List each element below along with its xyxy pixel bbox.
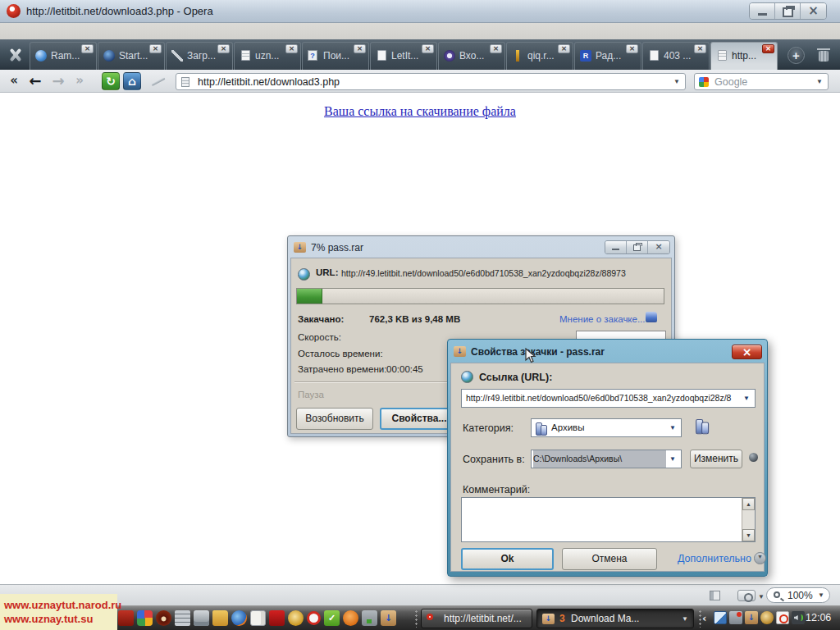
tab-close-icon[interactable] bbox=[149, 44, 162, 53]
tab-close-icon[interactable] bbox=[354, 44, 366, 53]
quicklaunch-icon-drive[interactable] bbox=[194, 610, 209, 626]
wrench-icon[interactable] bbox=[5, 45, 26, 65]
taskbar-task-download-manager[interactable]: 3 Download Ma... ▼ bbox=[536, 609, 694, 628]
cancel-button[interactable]: Отмена bbox=[562, 548, 657, 570]
tray-expand-icon[interactable]: ‹ bbox=[702, 611, 706, 625]
advanced-link[interactable]: Дополнительно bbox=[678, 553, 751, 564]
tray-icon-key[interactable] bbox=[729, 611, 742, 624]
expand-icon[interactable] bbox=[754, 552, 766, 564]
quicklaunch-icon-folder[interactable] bbox=[212, 610, 228, 626]
tab-403[interactable]: 403 ... bbox=[642, 42, 710, 70]
comment-textarea[interactable]: ▲ ▼ bbox=[461, 497, 756, 542]
zoom-dropdown-icon[interactable]: ▼ bbox=[818, 588, 824, 603]
quicklaunch-icon-media-player[interactable] bbox=[137, 610, 153, 626]
scroll-down-icon[interactable]: ▼ bbox=[742, 529, 755, 541]
dropdown-arrow-icon[interactable]: ▼ bbox=[669, 419, 676, 436]
quicklaunch-icon-filezilla[interactable] bbox=[269, 610, 285, 626]
dialog-minimize-button[interactable] bbox=[605, 241, 627, 253]
download-opinion-link[interactable]: Мнение о закачке... bbox=[559, 314, 646, 324]
quicklaunch-icon-server[interactable] bbox=[175, 610, 190, 626]
taskbar-grip[interactable] bbox=[414, 609, 419, 628]
rewind-button[interactable]: « bbox=[5, 70, 23, 93]
dropdown-arrow-icon[interactable]: ▼ bbox=[743, 390, 750, 407]
tab-close-icon[interactable] bbox=[490, 44, 502, 53]
tray-icon-player[interactable] bbox=[776, 611, 789, 624]
properties-dialog-titlebar[interactable]: Свойства закачки - pass.rar bbox=[450, 342, 765, 363]
progress-fill bbox=[297, 289, 322, 304]
search-input[interactable]: Google ▼ bbox=[694, 73, 829, 90]
quicklaunch-icon-opera[interactable] bbox=[307, 611, 321, 625]
tab-icon bbox=[444, 50, 455, 62]
close-button[interactable] bbox=[801, 3, 826, 19]
quicklaunch-icon-acdsee[interactable] bbox=[118, 610, 134, 626]
quicklaunch-icon-dvd-player[interactable] bbox=[156, 610, 171, 626]
panels-icon[interactable] bbox=[710, 591, 720, 600]
properties-close-button[interactable] bbox=[732, 345, 762, 359]
tabs: Ram... Start... Загр... uzn... ? Пои. bbox=[30, 42, 778, 70]
quicklaunch-icon-editor[interactable] bbox=[324, 610, 340, 626]
tray-icon-network[interactable] bbox=[714, 611, 727, 624]
category-manage-button[interactable] bbox=[694, 418, 712, 436]
tab-http[interactable]: http... bbox=[710, 42, 778, 70]
tab-close-icon[interactable] bbox=[285, 44, 298, 53]
tab-uzn[interactable]: uzn... bbox=[234, 42, 301, 70]
download-dialog-titlebar[interactable]: 7% pass.rar bbox=[290, 239, 672, 258]
restore-button[interactable] bbox=[775, 3, 801, 19]
tray-icon-gold[interactable] bbox=[760, 611, 774, 624]
back-button[interactable]: ← bbox=[25, 70, 46, 93]
pencil-icon[interactable] bbox=[149, 76, 166, 88]
search-dropdown-icon[interactable]: ▼ bbox=[816, 74, 823, 90]
tab-letit[interactable]: LetIt... bbox=[370, 42, 437, 70]
address-input[interactable]: http://letitbit.net/download3.php ▼ bbox=[176, 73, 686, 90]
quicklaunch-icon-key[interactable] bbox=[362, 610, 377, 626]
tab-qiq[interactable]: qiq.r... bbox=[506, 42, 573, 70]
quicklaunch-icon-download-manager[interactable] bbox=[381, 610, 396, 626]
address-dropdown-icon[interactable]: ▼ bbox=[673, 74, 680, 90]
tray-icon-download-manager[interactable] bbox=[745, 611, 758, 624]
scroll-up-icon[interactable]: ▲ bbox=[742, 498, 755, 510]
tab-label: Пои... bbox=[323, 43, 354, 70]
remaining-label: Осталось времени: bbox=[298, 349, 383, 358]
tab-close-icon[interactable] bbox=[694, 44, 706, 53]
minimize-button[interactable] bbox=[750, 3, 775, 19]
change-button[interactable]: Изменить bbox=[690, 450, 742, 468]
tab-close-icon[interactable] bbox=[626, 44, 638, 53]
taskbar-task-opera[interactable]: http://letitbit.net/... bbox=[421, 609, 532, 628]
tab-close-icon[interactable] bbox=[558, 44, 570, 53]
reload-button[interactable]: ↻ bbox=[102, 72, 120, 90]
new-tab-button[interactable]: + bbox=[788, 47, 805, 64]
dialog-close-button[interactable] bbox=[648, 241, 669, 253]
tab-vhod[interactable]: Вхо... bbox=[438, 42, 505, 70]
fast-forward-button[interactable]: » bbox=[71, 70, 89, 93]
home-button[interactable]: ⌂ bbox=[123, 72, 141, 90]
category-combobox[interactable]: Архивы ▼ bbox=[531, 418, 682, 437]
scrollbar[interactable]: ▲ ▼ bbox=[742, 498, 755, 541]
save-path-combobox[interactable]: C:\Downloads\Архивы\ ▼ bbox=[531, 450, 682, 468]
tab-rad[interactable]: R Рад... bbox=[574, 42, 641, 70]
zoom-control[interactable]: 100% ▼ bbox=[766, 587, 830, 603]
quicklaunch-icon-viewer[interactable] bbox=[288, 610, 304, 626]
quicklaunch-icon-notes[interactable] bbox=[250, 610, 266, 626]
tab-close-icon[interactable] bbox=[422, 44, 434, 53]
tab-close-icon[interactable] bbox=[81, 44, 94, 53]
quicklaunch-icon-eight[interactable] bbox=[343, 610, 358, 626]
tab-start[interactable]: Start... bbox=[98, 42, 165, 70]
tab-poisk[interactable]: ? Пои... bbox=[302, 42, 369, 70]
quicklaunch-icon-firefox[interactable] bbox=[231, 610, 247, 626]
dropdown-arrow-icon[interactable]: ▼ bbox=[669, 450, 676, 468]
tray-icon-volume[interactable] bbox=[792, 611, 805, 624]
ok-button[interactable]: Ok bbox=[461, 548, 554, 570]
forward-button[interactable]: → bbox=[48, 70, 69, 93]
task-group-dropdown-icon[interactable]: ▼ bbox=[682, 609, 688, 628]
tab-ram[interactable]: Ram... bbox=[30, 42, 97, 70]
trash-icon[interactable] bbox=[816, 47, 831, 63]
view-mode-dropdown-icon[interactable]: ▼ bbox=[758, 593, 765, 600]
download-link[interactable]: Ваша ссылка на скачивание файла bbox=[324, 104, 516, 119]
dialog-restore-button[interactable] bbox=[627, 241, 648, 253]
tab-close-icon[interactable] bbox=[762, 44, 774, 53]
tab-close-icon[interactable] bbox=[217, 44, 230, 53]
tab-zagr[interactable]: Загр... bbox=[166, 42, 233, 70]
resume-button[interactable]: Возобновить bbox=[296, 408, 373, 430]
url-combobox[interactable]: http://r49.letitbit.net/download50/e6d0b… bbox=[461, 389, 756, 408]
view-mode-icon[interactable] bbox=[737, 590, 756, 601]
